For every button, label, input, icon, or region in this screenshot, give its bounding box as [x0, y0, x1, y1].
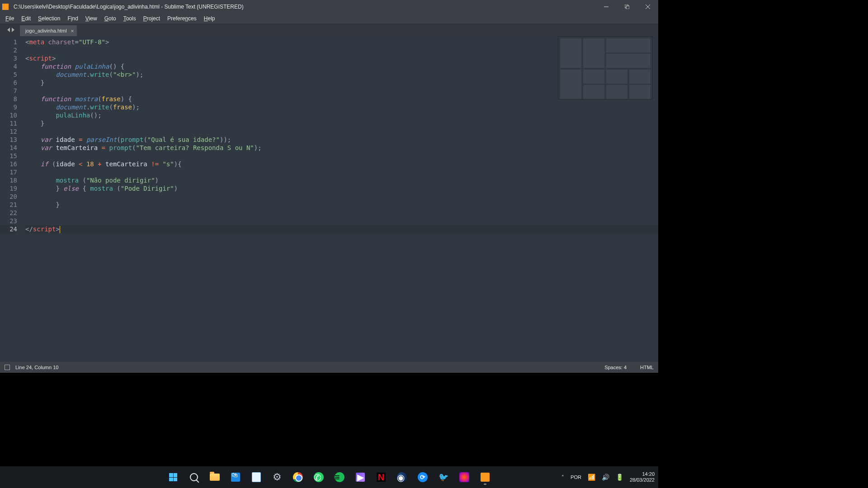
explorer-icon[interactable] [206, 469, 223, 486]
taskbar[interactable]: ⚙ ✆ ≡ ▶ N ◉ ⟳ 🐦 ˄ POR 📶 🔊 🔋 14:20 28/03/… [0, 466, 658, 488]
menu-preferences[interactable]: Preferences [164, 14, 200, 23]
menu-view[interactable]: View [82, 14, 101, 23]
app-icon [0, 4, 11, 10]
netflix-icon[interactable]: N [373, 469, 390, 486]
systray[interactable]: ˄ POR 📶 🔊 🔋 14:20 28/03/2022 [561, 471, 655, 483]
menu-edit[interactable]: Edit [18, 14, 34, 23]
spotify-icon[interactable]: ≡ [331, 469, 348, 486]
tabbar: jogo_adivinha.html × [0, 23, 658, 36]
speaker-icon[interactable]: 🔊 [602, 474, 609, 481]
app-icon-2[interactable]: 🐦 [435, 469, 452, 486]
tab-nav-arrows[interactable] [2, 28, 20, 32]
sublime-icon[interactable] [476, 469, 494, 486]
menu-project[interactable]: Project [140, 14, 164, 23]
steam-icon[interactable]: ◉ [393, 469, 410, 486]
status-panel-icon[interactable] [5, 365, 10, 370]
menubar[interactable]: File Edit Selection Find View Goto Tools… [0, 14, 658, 23]
davinci-icon[interactable] [456, 469, 473, 486]
statusbar: Line 24, Column 10 Spaces: 4 HTML [0, 362, 658, 373]
battery-icon[interactable]: 🔋 [616, 474, 623, 481]
menu-file[interactable]: File [2, 14, 18, 23]
status-spaces[interactable]: Spaces: 4 [604, 365, 627, 370]
menu-find[interactable]: Find [64, 14, 81, 23]
filmora-icon[interactable]: ▶ [352, 469, 369, 486]
battlenet-icon[interactable]: ⟳ [414, 469, 431, 486]
menu-help[interactable]: Help [200, 14, 219, 23]
store-icon[interactable] [227, 469, 244, 486]
titlebar[interactable]: C:\Users\kelvi\Desktop\Faculdade\Logica\… [0, 0, 658, 14]
settings-icon[interactable]: ⚙ [269, 469, 286, 486]
close-button[interactable] [637, 0, 658, 14]
tab-label: jogo_adivinha.html [25, 28, 67, 33]
svg-rect-2 [626, 6, 629, 9]
menu-selection[interactable]: Selection [34, 14, 64, 23]
whatsapp-icon[interactable]: ✆ [310, 469, 327, 486]
window-title: C:\Users\kelvi\Desktop\Faculdade\Logica\… [11, 4, 596, 10]
gutter: 123456789101112131415161718192021222324 [0, 36, 23, 362]
minimize-button[interactable] [596, 0, 617, 14]
maximize-button[interactable] [617, 0, 637, 14]
wifi-icon[interactable]: 📶 [588, 474, 595, 481]
chrome-icon[interactable] [289, 469, 307, 486]
application-window: C:\Users\kelvi\Desktop\Faculdade\Logica\… [0, 0, 658, 373]
calculator-icon[interactable] [248, 469, 265, 486]
menu-goto[interactable]: Goto [101, 14, 120, 23]
status-position[interactable]: Line 24, Column 10 [15, 365, 58, 370]
tab-active[interactable]: jogo_adivinha.html × [20, 25, 77, 36]
tray-language[interactable]: POR [571, 474, 581, 480]
editor[interactable]: 123456789101112131415161718192021222324 … [0, 36, 658, 362]
menu-tools[interactable]: Tools [120, 14, 140, 23]
status-syntax[interactable]: HTML [640, 365, 654, 370]
clock[interactable]: 14:20 28/03/2022 [630, 471, 655, 483]
minimap[interactable] [558, 36, 653, 99]
tray-chevron-icon[interactable]: ˄ [561, 474, 564, 480]
start-button[interactable] [165, 469, 182, 486]
search-icon[interactable] [185, 469, 203, 486]
tab-close-icon[interactable]: × [71, 28, 74, 34]
